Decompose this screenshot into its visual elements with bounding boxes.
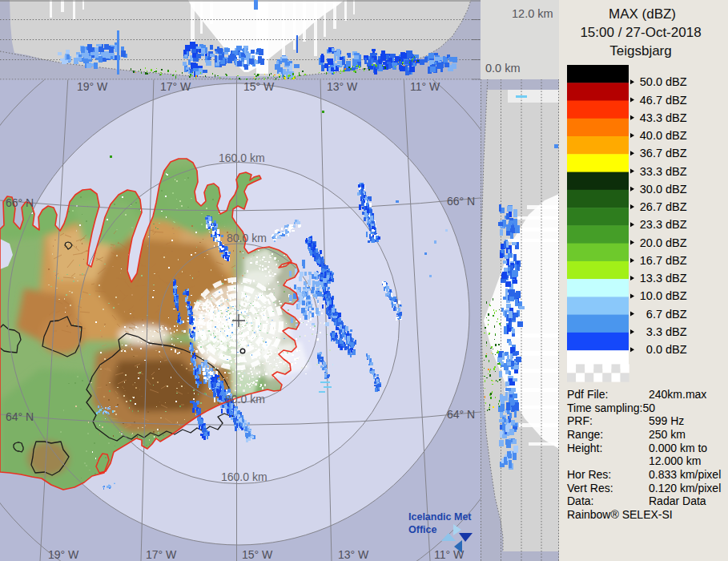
svg-text:dBZ: dBZ (666, 289, 687, 302)
svg-text:33.3: 33.3 (640, 165, 662, 178)
svg-text:19° W: 19° W (48, 548, 79, 561)
svg-text:46.7: 46.7 (640, 94, 662, 107)
svg-text:17° W: 17° W (160, 80, 191, 93)
svg-text:64° N: 64° N (6, 410, 34, 423)
svg-text:64° N: 64° N (447, 408, 475, 421)
svg-text:13° W: 13° W (338, 548, 369, 561)
svg-text:30.0: 30.0 (640, 183, 662, 196)
svg-text:dBZ: dBZ (666, 94, 687, 107)
svg-text:dBZ: dBZ (666, 325, 687, 338)
svg-text:36.7: 36.7 (640, 147, 662, 159)
svg-text:80.0 km: 80.0 km (227, 232, 267, 244)
svg-text:dBZ: dBZ (666, 200, 687, 213)
svg-text:0.120 km/pixel: 0.120 km/pixel (649, 482, 721, 494)
svg-text:dBZ: dBZ (666, 129, 687, 142)
svg-text:10.0: 10.0 (640, 289, 662, 302)
svg-text:250 km: 250 km (649, 428, 686, 441)
svg-text:26.7: 26.7 (640, 200, 662, 213)
svg-text:Range:: Range: (567, 428, 603, 441)
svg-text:11° W: 11° W (410, 80, 440, 93)
svg-text:Radar Data: Radar Data (649, 494, 706, 507)
svg-text:3.3: 3.3 (646, 325, 662, 338)
svg-text:12.000 km: 12.000 km (649, 454, 701, 467)
svg-text:PRF:: PRF: (567, 414, 593, 427)
svg-text:Rainbow® SELEX-SI: Rainbow® SELEX-SI (567, 508, 673, 521)
svg-text:Icelandic Met: Icelandic Met (408, 511, 472, 523)
svg-text:0.833 km/pixel: 0.833 km/pixel (649, 468, 721, 481)
svg-text:13° W: 13° W (327, 80, 358, 93)
svg-text:599 Hz: 599 Hz (649, 414, 684, 427)
svg-text:19° W: 19° W (77, 80, 108, 93)
svg-text:dBZ: dBZ (666, 75, 687, 88)
svg-text:Data:: Data: (567, 494, 593, 507)
svg-text:66° N: 66° N (6, 196, 34, 209)
svg-text:dBZ: dBZ (666, 165, 687, 178)
svg-text:0.0 km: 0.0 km (485, 62, 521, 75)
svg-text:dBZ: dBZ (666, 236, 687, 249)
svg-text:dBZ: dBZ (666, 111, 687, 124)
svg-text:50.0: 50.0 (640, 75, 662, 88)
svg-text:Hor Res:: Hor Res: (567, 468, 611, 481)
svg-text:240km.max: 240km.max (649, 388, 706, 401)
svg-text:dBZ: dBZ (666, 343, 687, 356)
svg-text:Office: Office (408, 524, 436, 535)
svg-text:dBZ: dBZ (666, 272, 687, 285)
svg-text:Pdf File:: Pdf File: (567, 388, 608, 401)
svg-text:15° W: 15° W (243, 80, 275, 93)
svg-text:40.0: 40.0 (640, 129, 662, 142)
svg-text:16.7: 16.7 (640, 254, 662, 267)
svg-text:dBZ: dBZ (666, 218, 687, 231)
svg-text:160.0 km: 160.0 km (219, 151, 265, 164)
svg-text:Vert Res:: Vert Res: (567, 482, 613, 494)
svg-text:Time sampling:50: Time sampling:50 (567, 402, 655, 414)
svg-text:MAX (dBZ): MAX (dBZ) (609, 6, 676, 22)
svg-text:12.0 km: 12.0 km (512, 7, 553, 20)
svg-text:43.3: 43.3 (640, 111, 662, 124)
svg-text:6.7: 6.7 (646, 308, 662, 321)
svg-text:80.0 km: 80.0 km (225, 393, 265, 406)
svg-text:13.3: 13.3 (640, 272, 662, 285)
svg-text:17° W: 17° W (146, 548, 177, 561)
svg-text:Teigsbjarg: Teigsbjarg (609, 43, 672, 59)
svg-text:23.3: 23.3 (640, 218, 662, 231)
svg-text:dBZ: dBZ (666, 183, 687, 196)
svg-text:Height:: Height: (567, 442, 602, 454)
svg-text:dBZ: dBZ (666, 254, 687, 267)
svg-text:15:00 / 27-Oct-2018: 15:00 / 27-Oct-2018 (580, 25, 701, 40)
svg-text:20.0: 20.0 (640, 236, 662, 249)
svg-text:66° N: 66° N (447, 195, 475, 208)
svg-text:160.0 km: 160.0 km (221, 470, 267, 483)
svg-text:dBZ: dBZ (666, 308, 687, 321)
svg-text:15° W: 15° W (242, 548, 273, 561)
svg-text:0.000 km to: 0.000 km to (649, 442, 707, 454)
svg-text:dBZ: dBZ (666, 147, 687, 159)
svg-text:0.0: 0.0 (646, 343, 662, 356)
